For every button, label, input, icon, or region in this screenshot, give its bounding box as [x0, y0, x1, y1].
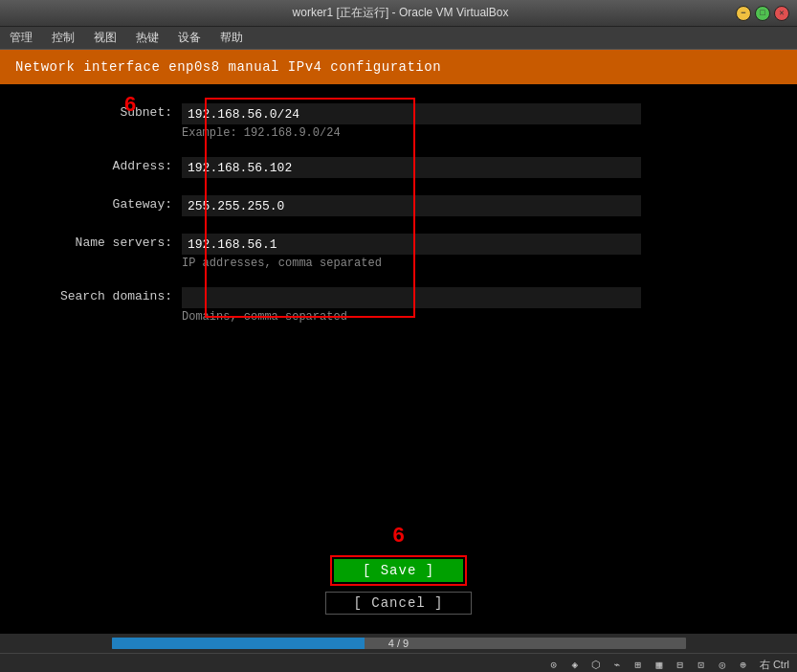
searchdomains-row: Search domains: Domains, comma separated [0, 287, 797, 324]
cancel-button[interactable]: [ Cancel ] [325, 592, 471, 615]
window-title: worker1 [正在运行] - Oracle VM VirtualBox [65, 5, 736, 21]
taskbar-icon-3[interactable]: ⬡ [587, 657, 605, 673]
gateway-row: Gateway: [0, 195, 797, 216]
vm-form-area: 6 Subnet: Example: 192.168.9.0/24 Addres… [0, 84, 797, 523]
vm-header-banner: Network interface enp0s8 manual IPv4 con… [0, 50, 797, 84]
status-bar: 4 / 9 [0, 634, 797, 653]
subnet-field-group: Example: 192.168.9.0/24 [182, 103, 768, 140]
gateway-input[interactable] [182, 195, 641, 216]
progress-text: 4 / 9 [388, 638, 409, 649]
searchdomains-input[interactable] [182, 287, 641, 308]
menu-hotkey[interactable]: 热键 [132, 28, 163, 48]
gateway-field-group [182, 195, 768, 216]
annotation-6-top: 6 [124, 92, 136, 117]
taskbar-icon-1[interactable]: ⊙ [545, 657, 563, 673]
subnet-hint: Example: 192.168.9.0/24 [182, 126, 768, 140]
nameservers-label: Name servers: [29, 234, 182, 250]
subnet-row: Subnet: Example: 192.168.9.0/24 [0, 103, 797, 140]
menu-manage[interactable]: 管理 [6, 28, 36, 48]
menu-help[interactable]: 帮助 [216, 28, 247, 48]
nameservers-row: Name servers: IP addresses, comma separa… [0, 234, 797, 270]
taskbar-icon-2[interactable]: ◈ [566, 657, 584, 673]
vm-screen: Network interface enp0s8 manual IPv4 con… [0, 50, 797, 653]
searchdomains-hint: Domains, comma separated [182, 310, 768, 324]
save-button-wrapper: [ Save ] [330, 555, 467, 586]
gateway-label: Gateway: [29, 195, 182, 212]
save-button[interactable]: [ Save ] [334, 559, 463, 582]
taskbar: ⊙ ◈ ⬡ ⌁ ⊞ ▦ ⊟ ⊡ ◎ ⊕ 右 Ctrl [0, 653, 797, 672]
nameservers-hint: IP addresses, comma separated [182, 257, 768, 270]
taskbar-icon-5[interactable]: ⊞ [630, 657, 647, 673]
taskbar-icon-4[interactable]: ⌁ [609, 657, 626, 673]
taskbar-icon-9[interactable]: ◎ [714, 657, 731, 673]
nameservers-input[interactable] [182, 234, 641, 255]
maximize-button[interactable]: □ [755, 6, 770, 21]
nameservers-field-group: IP addresses, comma separated [182, 234, 768, 270]
close-button[interactable]: ✕ [774, 6, 789, 21]
searchdomains-field-group: Domains, comma separated [182, 287, 768, 324]
title-bar: worker1 [正在运行] - Oracle VM VirtualBox − … [0, 0, 797, 27]
address-label: Address: [29, 157, 182, 173]
address-input[interactable] [182, 157, 641, 178]
annotation-6-bottom: 6 [392, 523, 404, 548]
taskbar-icon-6[interactable]: ▦ [651, 657, 668, 673]
vm-bottom-area: 6 [ Save ] [ Cancel ] [0, 523, 797, 634]
taskbar-icon-7[interactable]: ⊟ [672, 657, 689, 673]
window-controls: − □ ✕ [736, 6, 789, 21]
address-row: Address: [0, 157, 797, 178]
right-ctrl-label: 右 Ctrl [760, 658, 789, 672]
address-field-group [182, 157, 768, 178]
menu-devices[interactable]: 设备 [174, 28, 205, 48]
taskbar-icon-8[interactable]: ⊡ [693, 657, 710, 673]
taskbar-icon-10[interactable]: ⊕ [735, 657, 752, 673]
subnet-input[interactable] [182, 103, 641, 124]
menu-bar: 管理 控制 视图 热键 设备 帮助 [0, 27, 797, 50]
menu-view[interactable]: 视图 [90, 28, 121, 48]
menu-control[interactable]: 控制 [48, 28, 78, 48]
searchdomains-label: Search domains: [29, 287, 182, 303]
subnet-label: Subnet: [29, 103, 182, 120]
progress-bar-fill [112, 638, 365, 649]
minimize-button[interactable]: − [736, 6, 751, 21]
